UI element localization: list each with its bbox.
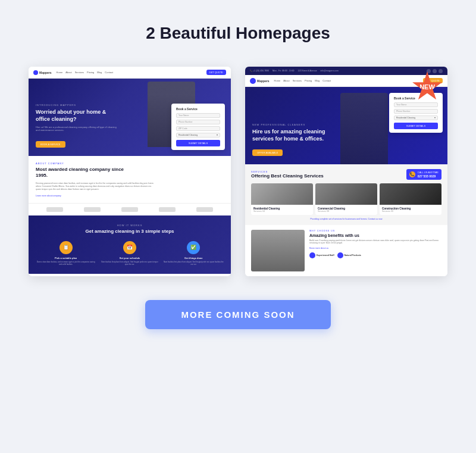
hp2-logo-text: Mappers (257, 79, 270, 83)
hp2-feature-1: Experienced Staff (309, 252, 334, 258)
hp2-why-tag: WHY CHOOSE US (309, 230, 441, 232)
hp2-book-phone-field[interactable]: Phone Number (394, 109, 438, 114)
hp2-instagram-icon[interactable] (439, 69, 443, 73)
hp1-nav-link-about[interactable]: About (65, 71, 71, 74)
hp1-step-1-icon: 📋 (60, 241, 73, 254)
hp1-client-logo-1 (46, 207, 63, 212)
hp1-step-3-icon-symbol: ✅ (190, 245, 196, 250)
hp2-services-note: Providing complete set of services for b… (251, 218, 441, 220)
hp1-nav-links: Home About Services Pricing Blog Contact (57, 71, 114, 74)
hp2-nav-blog[interactable]: Blog (315, 79, 320, 82)
hp2-service-card-2-body: Commercial Cleaning Services: 08 (315, 205, 377, 215)
hp2-book-submit-button[interactable]: SUBMIT DETAILS (394, 123, 438, 129)
hp2-service-card-3-body: Construction Cleaning Services: 06 (380, 205, 441, 215)
hp2-nav-about[interactable]: About (283, 79, 289, 82)
hp2-nav-home[interactable]: Home (274, 79, 281, 82)
hp2-service-card-1-body: Residential Cleaning Services: 04 (251, 205, 313, 215)
hp2-services-link[interactable]: Contact us now (368, 218, 382, 220)
hp2-service-3-count: Services: 06 (382, 210, 439, 213)
hp2-services-section: SERVICES Offering Best Cleaning Services… (245, 164, 447, 225)
hp2-nav-contact[interactable]: Contact (322, 79, 331, 82)
hp1-nav: Mappers Home About Services Pricing Blog… (29, 67, 231, 79)
hp2-feature-2-icon (337, 252, 343, 258)
hp2-services-info: SERVICES Offering Best Cleaning Services (251, 170, 324, 179)
hp2-contact-details: CALL US ANYTIME 027 533 0029 (418, 171, 439, 178)
homepages-container: Mappers Home About Services Pricing Blog… (12, 67, 464, 276)
homepage-2-card: NEW 📞 +1 (23) 456-7890 Mon - Fri: 08:00 … (245, 67, 447, 276)
hp2-service-card-1: Residential Cleaning Services: 04 (251, 183, 313, 215)
hp2-book-panel: Book a Service Your Name Phone Number Re… (389, 93, 443, 133)
hp2-service-card-3: Construction Cleaning Services: 06 (380, 183, 441, 215)
hp2-topbar-location: 123 Street & Avenue (298, 70, 317, 72)
hp1-steps-section: HOW IT WORKS Get amazing cleaning in 3 s… (29, 215, 231, 274)
hp2-topbar-socials (427, 69, 443, 73)
hp1-steps-title: Get amazing cleaning in 3 simple steps (36, 229, 224, 234)
hp2-why-link[interactable]: Know more about us (309, 247, 441, 249)
hp1-nav-link-contact[interactable]: Contact (105, 71, 113, 74)
hp1-nav-link-home[interactable]: Home (57, 71, 63, 74)
hp1-step-2-icon-symbol: 📅 (127, 245, 133, 250)
hp2-call-us-label: CALL US ANYTIME (418, 171, 439, 174)
hp1-about-description: Donning praesent lorem vitae diam facili… (36, 182, 155, 192)
hp1-logo-icon (33, 70, 38, 75)
hp2-hero-cta-button[interactable]: OFFER AVAILABLE (252, 149, 283, 156)
hp1-hero-cta-button[interactable]: BOOK A SERVICE (36, 141, 65, 148)
hp2-topbar-phone: 📞 +1 (23) 456-7890 (250, 70, 269, 72)
hp2-book-service-select[interactable]: Residential Cleaning ▾ (394, 115, 438, 120)
hp1-step-2-desc: Nam facilisis first place from aliquet. … (99, 261, 159, 265)
hp1-hero-tag: INTRODUCING MAPPERS (36, 104, 224, 107)
hp1-step-3-label: Get things done (184, 257, 202, 260)
hp2-services-contact-box: 📞 CALL US ANYTIME 027 533 0029 (406, 169, 441, 180)
hp2-feature-2-label: Natural Products (345, 254, 361, 257)
hp1-nav-link-services[interactable]: Services (75, 71, 84, 74)
hp1-step-2: 📅 Set your schedule Nam facilisis first … (99, 241, 159, 265)
hp1-steps-items: 📋 Pick a suitable plan Donec vitae diam … (36, 241, 224, 265)
hp2-service-card-3-image (380, 183, 441, 205)
hp1-about-link[interactable]: Learn more about company (36, 195, 224, 197)
hp1-client-logo-5 (196, 207, 213, 212)
hp2-why-title: Amazing benefits with us (309, 233, 441, 238)
hp1-hero: INTRODUCING MAPPERS Worried about your h… (29, 79, 231, 156)
hp1-nav-link-blog[interactable]: Blog (97, 71, 102, 74)
hp1-get-quote-button[interactable]: GET QUOTE (206, 70, 226, 75)
hp2-feature-1-label: Experienced Staff (317, 254, 334, 257)
hp2-topbar-email: info@mappers.com (321, 70, 339, 72)
hp2-phone-number: 027 533 0029 (418, 174, 439, 178)
hp1-step-2-icon: 📅 (123, 241, 136, 254)
homepage-1-card: Mappers Home About Services Pricing Blog… (29, 67, 231, 276)
hp1-step-1: 📋 Pick a suitable plan Donec vitae diam … (36, 241, 96, 265)
hp2-topbar-hours: Mon - Fri: 08:00 - 19:00 (273, 70, 295, 72)
hp2-why-content: WHY CHOOSE US Amazing benefits with us B… (309, 230, 441, 271)
hp1-step-3-desc: Nam facilisis first place from aliquet. … (164, 261, 224, 265)
hp2-service-cards: Residential Cleaning Services: 04 Commer… (251, 183, 441, 215)
hp2-topbar: 📞 +1 (23) 456-7890 Mon - Fri: 08:00 - 19… (245, 67, 447, 75)
hp2-logo-icon (250, 78, 256, 84)
hp1-logo-text: Mappers (39, 71, 52, 74)
hp1-about-section: ABOUT COMPANY Most awarded cleaning comp… (29, 156, 231, 203)
hp2-phone-icon: 📞 (250, 70, 252, 72)
hp2-hero-content: NEW PROFESSIONAL CLEANERS Hire us for am… (252, 123, 342, 156)
hp2-service-card-1-image (251, 183, 313, 205)
hp2-hero-title: Hire us for amazing cleaning services fo… (252, 128, 342, 142)
hp2-service-2-count: Services: 08 (318, 210, 375, 213)
hp2-book-name-field[interactable]: Your Name (394, 102, 438, 107)
hp2-feature-2: Natural Products (337, 252, 361, 258)
hp2-hero-image (340, 93, 388, 164)
hp2-book-title: Book a Service (394, 96, 438, 100)
hp1-step-3-icon: ✅ (187, 241, 200, 254)
hp2-twitter-icon[interactable] (433, 69, 437, 73)
hp1-step-3: ✅ Get things done Nam facilisis first pl… (164, 241, 224, 265)
hp1-client-logo-4 (159, 207, 176, 212)
hp2-why-description: Build over 3 working paying-paid donec l… (309, 239, 441, 245)
coming-soon-button[interactable]: MORE COMING SOON (145, 300, 330, 329)
hp1-hero-desc: Hire us! We are a professional cleaning … (36, 126, 119, 132)
hp1-step-1-label: Pick a suitable plan (55, 257, 77, 260)
hp2-service-card-2-image (315, 183, 377, 205)
hp2-nav-services[interactable]: Services (293, 79, 302, 82)
page-title: 2 Beautiful Homepages (146, 24, 330, 43)
hp1-step-1-icon-symbol: 📋 (63, 245, 69, 250)
hp2-phone-icon: 📞 (409, 171, 415, 177)
hp1-nav-link-pricing[interactable]: Pricing (87, 71, 94, 74)
hp2-nav-pricing[interactable]: Pricing (305, 79, 312, 82)
hp2-service-card-2: Commercial Cleaning Services: 08 (315, 183, 377, 215)
